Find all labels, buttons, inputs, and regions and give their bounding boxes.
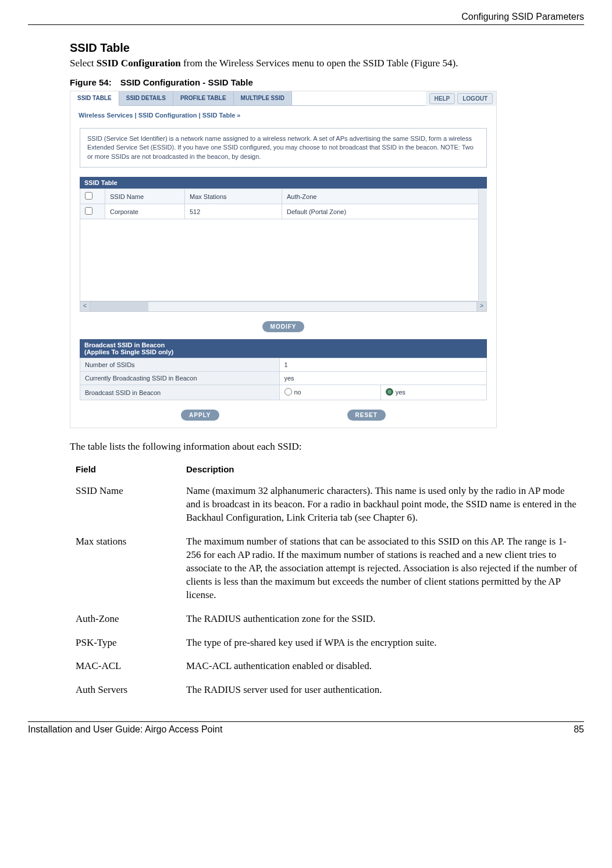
select-all-checkbox[interactable] bbox=[85, 192, 92, 200]
num-ssids-value: 1 bbox=[279, 358, 487, 372]
defs-head-field: Field bbox=[70, 461, 180, 481]
tab-ssid-table[interactable]: SSID TABLE bbox=[70, 91, 119, 106]
page-header-right: Configuring SSID Parameters bbox=[28, 12, 584, 22]
table-empty-area bbox=[80, 219, 487, 301]
def-desc: The RADIUS server used for user authenti… bbox=[180, 680, 584, 704]
def-desc: Name (maximum 32 alphanumeric characters… bbox=[180, 481, 584, 532]
col-auth-zone: Auth-Zone bbox=[282, 189, 487, 204]
def-desc: The type of pre-shared key used if WPA i… bbox=[180, 633, 584, 657]
broadcast-panel-title: Broadcast SSID in Beacon (Applies To Sin… bbox=[80, 339, 487, 358]
def-field: Auth Servers bbox=[70, 680, 180, 704]
intro-sentence: Select SSID Configuration from the Wirel… bbox=[70, 57, 584, 70]
section-title: SSID Table bbox=[70, 41, 584, 55]
def-desc: The maximum number of stations that can … bbox=[180, 532, 584, 609]
def-field: Auth-Zone bbox=[70, 609, 180, 633]
def-field: MAC-ACL bbox=[70, 656, 180, 680]
tab-ssid-details[interactable]: SSID DETAILS bbox=[119, 91, 173, 106]
vertical-scrollbar[interactable] bbox=[478, 188, 487, 301]
def-field: Max stations bbox=[70, 532, 180, 609]
horizontal-scrollbar[interactable]: < > bbox=[80, 301, 487, 312]
broadcast-ssid-label: Broadcast SSID in Beacon bbox=[80, 385, 280, 400]
breadcrumb: Wireless Services | SSID Configuration |… bbox=[70, 106, 496, 124]
tab-multiple-ssid[interactable]: MULTIPLE SSID bbox=[234, 91, 292, 106]
def-row: Auth-ZoneThe RADIUS authentication zone … bbox=[70, 609, 584, 633]
def-field: SSID Name bbox=[70, 481, 180, 532]
num-ssids-label: Number of SSIDs bbox=[80, 358, 280, 372]
scroll-thumb[interactable] bbox=[90, 302, 148, 311]
tab-row: SSID TABLE SSID DETAILS PROFILE TABLE MU… bbox=[70, 91, 426, 106]
intro-a: Select bbox=[70, 58, 97, 69]
def-desc: The RADIUS authentication zone for the S… bbox=[180, 609, 584, 633]
def-desc: MAC-ACL authentication enabled or disabl… bbox=[180, 656, 584, 680]
col-max-stations: Max Stations bbox=[185, 189, 282, 204]
broadcast-yes-label: yes bbox=[396, 389, 405, 396]
ssid-table-header-row: SSID Name Max Stations Auth-Zone bbox=[80, 189, 487, 204]
after-figure-text: The table lists the following informatio… bbox=[70, 441, 584, 453]
def-field: PSK-Type bbox=[70, 633, 180, 657]
figure-caption: Figure 54: SSID Configuration - SSID Tab… bbox=[70, 77, 584, 87]
def-row: PSK-TypeThe type of pre-shared key used … bbox=[70, 633, 584, 657]
cell-ssid-name: Corporate bbox=[105, 204, 185, 219]
broadcast-no-radio[interactable] bbox=[284, 388, 292, 396]
field-definitions-table: Field Description SSID NameName (maximum… bbox=[70, 461, 584, 704]
row-checkbox[interactable] bbox=[85, 207, 92, 215]
currently-broadcasting-label: Currently Broadcasting SSID in Beacon bbox=[80, 372, 280, 385]
help-button[interactable]: HELP bbox=[429, 93, 456, 104]
logout-button[interactable]: LOGOUT bbox=[457, 93, 493, 104]
ssid-table-panel-title: SSID Table bbox=[80, 177, 487, 188]
col-ssid-name: SSID Name bbox=[105, 189, 185, 204]
def-row: Auth ServersThe RADIUS server used for u… bbox=[70, 680, 584, 704]
info-box: SSID (Service Set Identifier) is a netwo… bbox=[80, 128, 487, 168]
header-rule bbox=[28, 24, 584, 25]
def-row: SSID NameName (maximum 32 alphanumeric c… bbox=[70, 481, 584, 532]
apply-button[interactable]: APPLY bbox=[181, 410, 219, 421]
broadcast-yes-radio[interactable] bbox=[386, 388, 393, 396]
defs-head-desc: Description bbox=[180, 461, 584, 481]
footer-page-number: 85 bbox=[574, 724, 584, 735]
def-row: MAC-ACLMAC-ACL authentication enabled or… bbox=[70, 656, 584, 680]
def-row: Max stationsThe maximum number of statio… bbox=[70, 532, 584, 609]
cell-auth-zone: Default (Portal Zone) bbox=[282, 204, 487, 219]
figure-screenshot: SSID TABLE SSID DETAILS PROFILE TABLE MU… bbox=[70, 91, 497, 428]
intro-b: SSID Configuration bbox=[97, 58, 181, 69]
reset-button[interactable]: RESET bbox=[347, 410, 386, 421]
cell-max-stations: 512 bbox=[185, 204, 282, 219]
broadcast-no-label: no bbox=[294, 389, 301, 396]
intro-c: from the Wireless Services menu to open … bbox=[181, 58, 458, 69]
modify-button[interactable]: MODIFY bbox=[262, 321, 305, 332]
scroll-left-icon[interactable]: < bbox=[80, 302, 90, 311]
ssid-table-row[interactable]: Corporate 512 Default (Portal Zone) bbox=[80, 204, 487, 219]
currently-broadcasting-value: yes bbox=[279, 372, 487, 385]
footer-left: Installation and User Guide: Airgo Acces… bbox=[28, 724, 222, 735]
tab-profile-table[interactable]: PROFILE TABLE bbox=[173, 91, 234, 106]
scroll-right-icon[interactable]: > bbox=[476, 302, 486, 311]
